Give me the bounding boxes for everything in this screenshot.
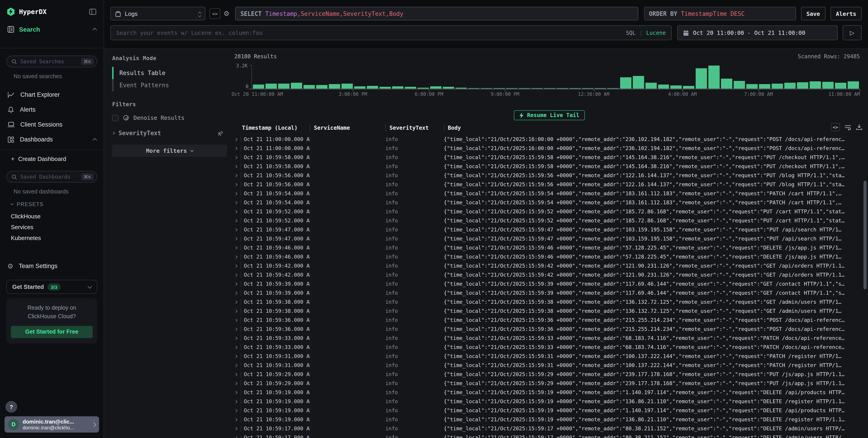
chart-bar[interactable] — [456, 88, 467, 89]
chart-bar[interactable] — [797, 82, 808, 89]
preset-item-kubernetes[interactable]: Kubernetes — [0, 232, 103, 243]
column-header-timestamp[interactable]: Timestamp (Local) — [242, 125, 310, 131]
chart-bar[interactable] — [392, 86, 403, 89]
expand-row-icon[interactable] — [231, 427, 241, 430]
expand-row-icon[interactable] — [231, 436, 241, 438]
source-select[interactable]: Logs — [111, 7, 205, 20]
log-row[interactable]: Oct 21 10:59:36.000 AMinfo{"time_local":… — [231, 315, 868, 325]
saved-dashboards-input[interactable] — [20, 174, 78, 180]
log-row[interactable]: Oct 21 10:59:17.000 AMinfo{"time_local":… — [231, 433, 868, 438]
column-header-severitytext[interactable]: SeverityText — [385, 125, 444, 131]
chart-bar[interactable] — [607, 88, 619, 89]
pin-icon[interactable] — [217, 130, 223, 136]
chart-bar[interactable] — [721, 79, 733, 89]
saved-searches-input[interactable] — [20, 58, 78, 65]
chart-bar[interactable] — [747, 84, 758, 89]
expand-row-icon[interactable] — [231, 292, 241, 294]
chart-bar[interactable] — [430, 87, 441, 89]
log-row[interactable]: Oct 21 10:59:52.000 AMinfo{"time_local":… — [231, 207, 868, 216]
chart-bar[interactable] — [266, 83, 277, 89]
get-started-toggle[interactable]: Get Started 3/3 — [6, 280, 97, 294]
expand-row-icon[interactable] — [231, 364, 241, 366]
preset-item-clickhouse[interactable]: ClickHouse — [0, 211, 103, 222]
log-row[interactable]: Oct 21 10:59:19.000 AMinfo{"time_local":… — [231, 397, 868, 406]
expand-row-icon[interactable] — [231, 147, 241, 149]
expand-row-icon[interactable] — [231, 418, 241, 420]
chart-bar[interactable] — [506, 88, 517, 89]
expand-row-icon[interactable] — [231, 238, 241, 240]
log-row[interactable]: Oct 21 10:59:42.000 AMinfo{"time_local":… — [231, 261, 868, 270]
wrap-lines-icon[interactable] — [844, 124, 851, 130]
chart-bar[interactable] — [696, 68, 707, 89]
expand-row-icon[interactable] — [231, 373, 241, 375]
chart-bar[interactable] — [569, 88, 581, 89]
help-button[interactable]: ? — [5, 401, 17, 413]
chart-bar[interactable] — [519, 88, 530, 89]
column-header-servicename[interactable]: ServiceName — [310, 125, 385, 131]
chart-bar[interactable] — [620, 77, 631, 89]
expand-row-icon[interactable] — [231, 265, 241, 267]
expand-row-icon[interactable] — [231, 283, 241, 285]
log-row[interactable]: Oct 21 10:59:54.000 AMinfo{"time_local":… — [231, 198, 868, 207]
log-row[interactable]: Oct 21 10:59:33.000 AMinfo{"time_local":… — [231, 334, 868, 343]
expand-row-icon[interactable] — [231, 201, 241, 204]
search-input[interactable] — [116, 29, 622, 36]
create-dashboard-button[interactable]: + Create Dashboard — [0, 152, 103, 165]
expand-row-icon[interactable] — [231, 310, 241, 312]
expand-row-icon[interactable] — [231, 274, 241, 276]
log-row[interactable]: Oct 21 10:59:54.000 AMinfo{"time_local":… — [231, 189, 868, 198]
expand-row-icon[interactable] — [231, 229, 241, 231]
chart-bar[interactable] — [759, 84, 771, 89]
download-icon[interactable] — [856, 124, 863, 130]
log-row[interactable]: Oct 21 10:59:36.000 AMinfo{"time_local":… — [231, 325, 868, 334]
expand-row-icon[interactable] — [231, 355, 241, 357]
log-row[interactable]: Oct 21 10:59:19.000 AMinfo{"time_local":… — [231, 406, 868, 415]
mode-results-table[interactable]: Results Table — [112, 67, 227, 79]
chart-bar[interactable] — [658, 85, 669, 89]
log-row[interactable]: Oct 21 10:59:46.000 AMinfo{"time_local":… — [231, 252, 868, 261]
chart-bar[interactable] — [848, 81, 859, 89]
chart-bar[interactable] — [645, 83, 656, 89]
log-row[interactable]: Oct 21 10:59:47.000 AMinfo{"time_local":… — [231, 225, 868, 234]
chart-bar[interactable] — [823, 82, 834, 89]
chart-bar[interactable] — [405, 87, 416, 89]
sidebar-item-alerts[interactable]: Alerts — [0, 102, 103, 117]
log-row[interactable]: Oct 21 10:59:58.000 AMinfo{"time_local":… — [231, 162, 868, 171]
chart-bar[interactable] — [632, 76, 644, 89]
log-row[interactable]: Oct 21 10:59:56.000 AMinfo{"time_local":… — [231, 171, 868, 180]
alerts-button[interactable]: Alerts — [831, 7, 862, 20]
chart-bar[interactable] — [772, 83, 783, 89]
chart-bar[interactable] — [253, 85, 264, 89]
chart-bar[interactable] — [316, 85, 328, 89]
chart-bar[interactable] — [683, 86, 694, 89]
chart-bar[interactable] — [810, 81, 821, 89]
log-row[interactable]: Oct 21 10:59:31.000 AMinfo{"time_local":… — [231, 352, 868, 361]
log-row[interactable]: Oct 21 10:59:47.000 AMinfo{"time_local":… — [231, 234, 868, 243]
expand-row-icon[interactable] — [231, 256, 241, 258]
log-row[interactable]: Oct 21 10:59:19.000 AMinfo{"time_local":… — [231, 388, 868, 397]
log-row[interactable]: Oct 21 11:00:00.000 AMinfo{"time_local":… — [231, 135, 868, 144]
chart-bar[interactable] — [417, 88, 429, 89]
expand-row-icon[interactable] — [231, 328, 241, 330]
expand-row-icon[interactable] — [231, 382, 241, 384]
sidebar-item-client-sessions[interactable]: Client Sessions — [0, 117, 103, 132]
denoise-checkbox[interactable] — [112, 114, 119, 121]
severity-filter-toggle[interactable]: SeverityText — [112, 130, 227, 136]
log-row[interactable]: Oct 21 10:59:42.000 AMinfo{"time_local":… — [231, 270, 868, 279]
resume-live-tail-button[interactable]: Resume Live Tail — [514, 110, 585, 120]
chart-bar[interactable] — [734, 81, 745, 89]
expand-row-icon[interactable] — [231, 192, 241, 195]
chart-bar[interactable] — [784, 83, 796, 89]
expand-row-icon[interactable] — [231, 319, 241, 321]
chart-bar[interactable] — [480, 88, 492, 89]
select-columns-input[interactable]: SELECT Timestamp,ServiceName,SeverityTex… — [236, 7, 638, 20]
chart-bar[interactable] — [595, 88, 606, 89]
language-toggle-lucene[interactable]: Lucene — [646, 30, 666, 36]
user-menu[interactable]: D dominic.tran@clic... dominic.tran@clic… — [4, 416, 99, 433]
save-button[interactable]: Save — [801, 7, 825, 20]
saved-searches-pill[interactable]: ⌘K — [6, 56, 97, 67]
chart-bar[interactable] — [709, 66, 720, 89]
order-by-input[interactable]: ORDER BY TimestampTime DESC — [644, 7, 796, 20]
run-query-button[interactable]: ▷ — [843, 25, 862, 40]
expand-row-icon[interactable] — [231, 337, 241, 339]
